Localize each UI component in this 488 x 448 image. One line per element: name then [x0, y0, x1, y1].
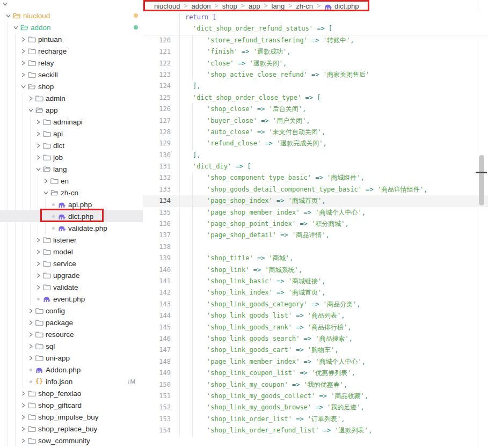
code-line-142[interactable]: 142'shop_link_index' => '商城首页',	[143, 287, 488, 298]
chevron-right-icon[interactable]	[19, 401, 27, 409]
tree-item-validate-php[interactable]: validate.php	[0, 222, 143, 234]
chevron-right-icon[interactable]	[42, 177, 49, 185]
code-line-128[interactable]: 128'auto_close' => '未支付自动关闭',	[143, 127, 488, 138]
chevron-right-icon[interactable]	[19, 390, 27, 397]
tree-item-validate[interactable]: validate	[0, 281, 143, 293]
tree-item-shop-replace-buy[interactable]: shop_replace_buy	[0, 423, 143, 435]
code-line-150[interactable]: 150'shop_link_my_coupon' => '我的优惠券',	[143, 379, 488, 391]
line-number[interactable]: 149	[143, 368, 180, 379]
chevron-right-icon[interactable]	[27, 354, 34, 362]
tree-item-resource[interactable]: resource	[0, 328, 143, 340]
tree-item-api-php[interactable]: api.php	[0, 199, 143, 210]
line-number[interactable]: 143	[143, 299, 180, 310]
tree-item-info-json[interactable]: {}info.json↓M	[0, 376, 143, 387]
chevron-down-icon[interactable]	[4, 12, 12, 19]
chevron-down-icon[interactable]	[42, 189, 49, 196]
code-line-121[interactable]: 121'finish' => '退款成功',	[143, 46, 488, 57]
code-line-134[interactable]: 134'page_shop_index' => '商城首页',	[143, 195, 488, 207]
chevron-right-icon[interactable]	[19, 47, 27, 55]
line-number[interactable]: 135	[143, 207, 180, 218]
code-line-124[interactable]: 124],	[143, 80, 488, 92]
line-number[interactable]: 121	[143, 46, 180, 57]
line-number[interactable]: 129	[143, 138, 180, 149]
line-number[interactable]: 147	[143, 344, 180, 356]
chevron-right-icon[interactable]	[27, 331, 34, 338]
chevron-right-icon[interactable]	[19, 35, 27, 43]
chevron-right-icon[interactable]	[19, 437, 27, 444]
tree-item-shop-impulse-buy[interactable]: shop_impulse_buy	[0, 411, 143, 423]
tree-item-job[interactable]: job	[0, 151, 143, 163]
tree-item-model[interactable]: model	[0, 246, 143, 258]
line-number[interactable]: 131	[143, 161, 180, 172]
code-line-154[interactable]: 154'shop_link_order_refund_list' => '退款列…	[143, 425, 488, 436]
code-line-140[interactable]: 140'shop_link' => '商城系统',	[143, 265, 488, 276]
tree-item-listener[interactable]: listener	[0, 234, 143, 246]
code-line-145[interactable]: 145'shop_link_goods_rank' => '商品排行榜',	[143, 322, 488, 333]
vertical-scrollbar-thumb[interactable]	[479, 155, 484, 205]
tree-item-addon-php[interactable]: Addon.php	[0, 364, 143, 376]
line-number[interactable]: 152	[143, 402, 180, 413]
code-line-137[interactable]: 137'page_shop_detail' => '商品详情',	[143, 230, 488, 241]
line-number[interactable]: 132	[143, 172, 180, 183]
tree-item-niucloud[interactable]: niucloud	[0, 10, 143, 21]
code-line-152[interactable]: 152'shop_link_my_goods_browse' => '我的足迹'…	[143, 402, 488, 413]
breadcrumb-item[interactable]: lang	[272, 2, 285, 10]
tree-item-sow-community[interactable]: sow_community	[0, 435, 143, 446]
tree-item-app[interactable]: app	[0, 104, 143, 116]
line-number[interactable]: 137	[143, 230, 180, 241]
line-number[interactable]: 126	[143, 104, 180, 115]
line-number[interactable]: 146	[143, 333, 180, 344]
chevron-right-icon[interactable]	[27, 307, 34, 314]
breadcrumb-item[interactable]: app	[249, 2, 260, 10]
line-number[interactable]: 154	[143, 425, 180, 436]
chevron-down-icon[interactable]	[19, 83, 27, 90]
chevron-down-icon[interactable]	[1, 0, 9, 8]
line-number[interactable]: 141	[143, 276, 180, 287]
tree-item-relay[interactable]: relay	[0, 57, 143, 69]
chevron-right-icon[interactable]	[27, 94, 34, 102]
code-line-126[interactable]: 126'shop_close' => '后台关闭',	[143, 104, 488, 115]
chevron-right-icon[interactable]	[27, 319, 34, 326]
code-line-146[interactable]: 146'shop_link_goods_search' => '商品搜索',	[143, 333, 488, 344]
tree-item-recharge[interactable]: recharge	[0, 45, 143, 57]
line-number[interactable]: 134	[143, 195, 180, 207]
line-number[interactable]: 120	[143, 35, 180, 46]
line-number[interactable]: 123	[143, 69, 180, 80]
line-number[interactable]: 139	[143, 253, 180, 264]
tree-item-sql[interactable]: sql	[0, 340, 143, 352]
breadcrumb-item[interactable]: shop	[222, 2, 237, 10]
tree-item-config[interactable]: config	[0, 305, 143, 317]
tree-item-shop[interactable]: shop	[0, 80, 143, 92]
line-number[interactable]: 145	[143, 322, 180, 333]
code-line-127[interactable]: 127'buyer_close' => '用户关闭',	[143, 115, 488, 127]
breadcrumb-item[interactable]: niucloud	[154, 2, 180, 10]
line-number[interactable]: 133	[143, 184, 180, 195]
tree-item-service[interactable]: service	[0, 258, 143, 269]
chevron-right-icon[interactable]	[34, 142, 42, 149]
code-line-132[interactable]: 132'shop_component_type_basic' => '商城组件'…	[143, 172, 488, 183]
line-number[interactable]: 130	[143, 150, 180, 161]
code-line-153[interactable]: 153'shop_link_order_list' => '订单列表',	[143, 414, 488, 425]
chevron-right-icon[interactable]	[34, 130, 42, 137]
line-number[interactable]: 122	[143, 58, 180, 69]
chevron-right-icon[interactable]	[27, 342, 34, 350]
chevron-right-icon[interactable]	[34, 283, 42, 291]
chevron-right-icon[interactable]	[19, 413, 27, 421]
line-number[interactable]: 144	[143, 310, 180, 321]
chevron-down-icon[interactable]	[27, 106, 34, 114]
code-line-123[interactable]: 123'shop_active_close_refund' => '商家关闭售后…	[143, 69, 488, 80]
tree-item-shop-fenxiao[interactable]: shop_fenxiao	[0, 387, 143, 399]
chevron-down-icon[interactable]	[12, 24, 19, 31]
line-number[interactable]: 140	[143, 265, 180, 276]
breadcrumb-item[interactable]: addon	[191, 2, 210, 10]
chevron-right-icon[interactable]	[19, 59, 27, 67]
code-line-136[interactable]: 136'page_shop_point_index' => '积分商城',	[143, 218, 488, 230]
chevron-right-icon[interactable]	[19, 71, 27, 78]
code-line-129[interactable]: 129'refund_close' => '退款完成关闭',	[143, 138, 488, 149]
tree-item-upgrade[interactable]: upgrade	[0, 269, 143, 281]
code-line-138[interactable]: 138	[143, 241, 488, 253]
chevron-right-icon[interactable]	[34, 236, 42, 244]
breadcrumb-item[interactable]: zh-cn	[296, 2, 313, 10]
chevron-right-icon[interactable]	[34, 153, 42, 161]
line-number[interactable]: 142	[143, 287, 180, 298]
